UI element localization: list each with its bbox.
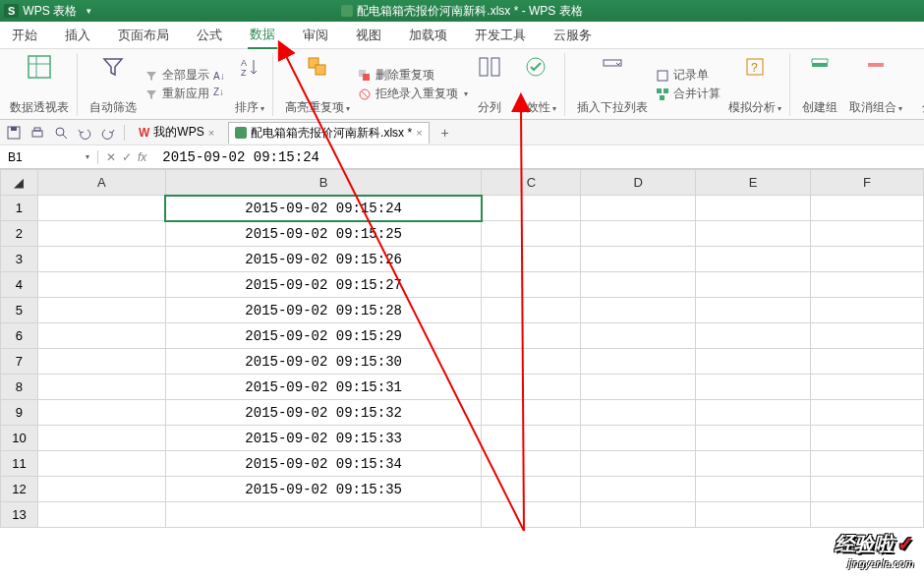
- cell[interactable]: [811, 247, 924, 272]
- cell[interactable]: 2015-09-02 09:15:29: [165, 323, 482, 349]
- tab-start[interactable]: 开始: [10, 23, 39, 48]
- cell[interactable]: [696, 247, 811, 272]
- cell[interactable]: [811, 451, 924, 477]
- cell[interactable]: [482, 400, 581, 426]
- cell[interactable]: [811, 502, 924, 528]
- cell[interactable]: [696, 426, 811, 451]
- subtotal-button[interactable]: 分: [910, 53, 924, 116]
- row-header[interactable]: 2: [1, 221, 38, 247]
- row-header[interactable]: 6: [1, 323, 38, 349]
- dropdown-list-button[interactable]: 插入下拉列表: [573, 53, 652, 116]
- cell[interactable]: 2015-09-02 09:15:33: [165, 426, 482, 451]
- tab-developer[interactable]: 开发工具: [473, 23, 528, 48]
- cell[interactable]: [37, 451, 165, 477]
- text-to-columns-button[interactable]: 分列: [472, 53, 507, 116]
- cancel-edit-button[interactable]: ✕: [106, 150, 116, 164]
- cell[interactable]: 2015-09-02 09:15:34: [165, 451, 482, 477]
- cell[interactable]: [165, 502, 482, 528]
- cell[interactable]: [581, 196, 696, 221]
- close-icon[interactable]: ×: [416, 127, 422, 139]
- reject-dup-button[interactable]: 拒绝录入重复项▾: [358, 86, 468, 102]
- mywps-tab[interactable]: W 我的WPS ×: [133, 122, 220, 143]
- cell[interactable]: [37, 375, 165, 400]
- confirm-edit-button[interactable]: ✓: [122, 150, 132, 164]
- cell[interactable]: [482, 502, 581, 528]
- column-header[interactable]: A: [37, 170, 165, 196]
- cell[interactable]: [811, 221, 924, 247]
- cell[interactable]: [581, 477, 696, 502]
- delete-dup-button[interactable]: 删除重复项: [358, 67, 468, 84]
- cell[interactable]: [581, 298, 696, 323]
- cell[interactable]: [37, 272, 165, 298]
- cell[interactable]: [696, 323, 811, 349]
- save-button[interactable]: [6, 125, 22, 141]
- cell[interactable]: 2015-09-02 09:15:35: [165, 477, 482, 502]
- cell[interactable]: [811, 477, 924, 502]
- ungroup-button[interactable]: 取消组合▾: [845, 53, 906, 116]
- cell[interactable]: [696, 451, 811, 477]
- cell[interactable]: 2015-09-02 09:15:25: [165, 221, 482, 247]
- record-form-button[interactable]: 记录单: [656, 67, 721, 84]
- tab-cloud[interactable]: 云服务: [551, 23, 594, 48]
- cell[interactable]: [482, 196, 581, 221]
- cell[interactable]: 2015-09-02 09:15:24: [165, 196, 482, 221]
- row-header[interactable]: 13: [1, 502, 38, 528]
- cell[interactable]: [581, 502, 696, 528]
- cell[interactable]: [37, 477, 165, 502]
- autofilter-button[interactable]: 自动筛选: [86, 53, 141, 116]
- cell[interactable]: 2015-09-02 09:15:31: [165, 375, 482, 400]
- cell[interactable]: 2015-09-02 09:15:26: [165, 247, 482, 272]
- row-header[interactable]: 7: [1, 349, 38, 375]
- fx-button[interactable]: fx: [138, 150, 146, 164]
- spreadsheet-grid[interactable]: ◢ A B C D E F 12015-09-02 09:15:24 22015…: [0, 169, 924, 528]
- cell[interactable]: [696, 375, 811, 400]
- cell[interactable]: [482, 298, 581, 323]
- cell[interactable]: [811, 196, 924, 221]
- cell[interactable]: [581, 426, 696, 451]
- cell[interactable]: [811, 272, 924, 298]
- cell[interactable]: [811, 323, 924, 349]
- tab-data[interactable]: 数据: [248, 22, 277, 49]
- cell[interactable]: [37, 426, 165, 451]
- cell[interactable]: 2015-09-02 09:15:28: [165, 298, 482, 323]
- row-header[interactable]: 8: [1, 375, 38, 400]
- cell[interactable]: [581, 400, 696, 426]
- tab-page-layout[interactable]: 页面布局: [116, 23, 171, 48]
- cell[interactable]: 2015-09-02 09:15:27: [165, 272, 482, 298]
- cell[interactable]: [482, 247, 581, 272]
- cell[interactable]: [581, 221, 696, 247]
- app-menu-dropdown-icon[interactable]: ▾: [87, 6, 91, 16]
- cell[interactable]: [482, 323, 581, 349]
- column-header[interactable]: E: [696, 170, 811, 196]
- cell[interactable]: [37, 349, 165, 375]
- cell[interactable]: [811, 349, 924, 375]
- cell[interactable]: [581, 247, 696, 272]
- cell[interactable]: [37, 400, 165, 426]
- row-header[interactable]: 9: [1, 400, 38, 426]
- cell[interactable]: [696, 272, 811, 298]
- cell[interactable]: [37, 196, 165, 221]
- highlight-dup-button[interactable]: 高亮重复项▾: [281, 53, 354, 116]
- new-tab-button[interactable]: +: [441, 125, 449, 141]
- cell[interactable]: [696, 477, 811, 502]
- cell[interactable]: [581, 323, 696, 349]
- cell[interactable]: [696, 349, 811, 375]
- column-header[interactable]: C: [482, 170, 581, 196]
- cell[interactable]: [581, 451, 696, 477]
- cell[interactable]: [581, 349, 696, 375]
- cell[interactable]: 2015-09-02 09:15:32: [165, 400, 482, 426]
- tab-insert[interactable]: 插入: [63, 23, 92, 48]
- cell[interactable]: [581, 375, 696, 400]
- cell[interactable]: [482, 349, 581, 375]
- column-header[interactable]: F: [811, 170, 924, 196]
- cell[interactable]: [37, 247, 165, 272]
- cell[interactable]: [696, 400, 811, 426]
- print-button[interactable]: [29, 125, 45, 141]
- cell[interactable]: [482, 426, 581, 451]
- cell[interactable]: 2015-09-02 09:15:30: [165, 349, 482, 375]
- cell[interactable]: [696, 221, 811, 247]
- cell[interactable]: [811, 298, 924, 323]
- cell[interactable]: [37, 221, 165, 247]
- name-box[interactable]: B1 ▾: [0, 150, 98, 164]
- cell[interactable]: [482, 477, 581, 502]
